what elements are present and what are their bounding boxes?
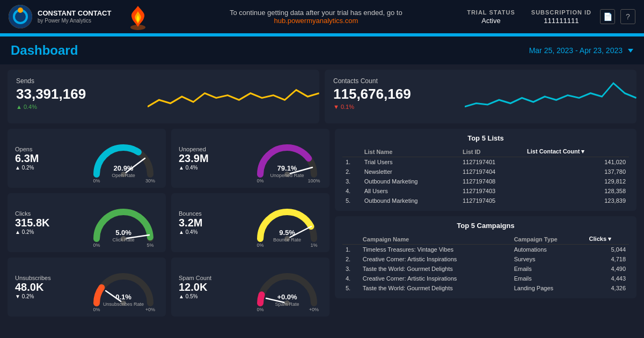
main-content: Sends 33,391,169 ▲ 0.4% Contacts Count 1…: [0, 64, 644, 322]
spam-value: 12.0K: [179, 281, 249, 293]
svg-text:0%: 0%: [257, 307, 264, 312]
subscription-id-block: SUBSCRIPTION ID 111111111: [531, 9, 591, 25]
contacts-sparkline: [465, 70, 636, 123]
list-item: 1.Trial Users1127197401141,020: [342, 157, 629, 167]
spam-info: Spam Count 12.0K ▲ 0.5%: [179, 275, 249, 299]
unopened-change: ▲ 0.4%: [179, 165, 249, 171]
unopened-card: Unopened 23.9M ▲ 0.4% 79.1% Unopened Rat…: [171, 129, 330, 188]
bounces-label: Bounces: [179, 210, 249, 217]
unopened-value: 23.9M: [179, 152, 249, 165]
gauge-row-3: Unsubscribes 48.0K ▼ 0.2% 0.1% Unsubscri…: [8, 258, 330, 317]
header-icons: 📄 ?: [600, 9, 635, 24]
svg-text:30%: 30%: [145, 178, 155, 183]
spam-card: Spam Count 12.0K ▲ 0.5% +0.0% Spam Rate: [171, 258, 330, 317]
header-message: To continue getting data after your tria…: [165, 9, 467, 25]
gauge-cards: Opens 6.3M ▲ 0.2% 20.9: [8, 129, 330, 317]
bottom-section: Opens 6.3M ▲ 0.2% 20.9: [8, 129, 636, 317]
svg-point-2: [18, 8, 23, 13]
trial-status-value: Active: [467, 17, 515, 25]
col-num-header: [342, 234, 360, 245]
top5-campaigns-table: Campaign Name Campaign Type Clicks ▾ 1.T…: [342, 234, 629, 293]
bounces-gauge: 9.5% Bounce Rate 0% 1%: [252, 199, 322, 247]
big-metric-cards: Sends 33,391,169 ▲ 0.4% Contacts Count 1…: [8, 70, 636, 123]
opens-value: 6.3M: [15, 152, 85, 165]
brand-name: CONSTANT CONTACT: [38, 9, 111, 18]
col-listname-header[interactable]: List Name: [361, 146, 459, 157]
svg-text:0%: 0%: [257, 178, 264, 183]
svg-text:Click Rate: Click Rate: [112, 237, 134, 243]
date-range-text: Mar 25, 2023 - Apr 23, 2023: [529, 46, 623, 55]
campaign-item: 2.Creative Corner: Artistic Inspirations…: [342, 254, 629, 264]
flame-icon: [125, 3, 151, 30]
opens-card: Opens 6.3M ▲ 0.2% 20.9: [8, 129, 166, 188]
clicks-change: ▲ 0.2%: [15, 229, 85, 235]
campaign-item: 1.Timeless Treasures: Vintage VibesAutom…: [342, 245, 629, 255]
svg-text:+0%: +0%: [145, 307, 155, 312]
opens-gauge: 20.9% Open Rate 0% 30%: [89, 134, 158, 182]
clicks-label: Clicks: [15, 210, 85, 217]
gauge-row-1: Opens 6.3M ▲ 0.2% 20.9: [8, 129, 330, 188]
opens-info: Opens 6.3M ▲ 0.2%: [15, 146, 85, 171]
bounces-info: Bounces 3.2M ▲ 0.4%: [179, 210, 249, 235]
clicks-info: Clicks 315.8K ▲ 0.2%: [15, 210, 85, 235]
list-item: 4.All Users1127197403128,358: [342, 186, 629, 196]
top5-campaigns-card: Top 5 Campaigns Campaign Name Campaign T…: [335, 216, 636, 298]
spam-change: ▲ 0.5%: [179, 293, 249, 299]
unsubscribes-card: Unsubscribes 48.0K ▼ 0.2% 0.1% Unsubscri…: [8, 258, 166, 317]
svg-text:0%: 0%: [257, 243, 264, 248]
bounces-change: ▲ 0.4%: [179, 229, 249, 235]
unopened-info: Unopened 23.9M ▲ 0.4%: [179, 146, 249, 171]
list-item: 3.Outbound Marketing1127197408129,812: [342, 177, 629, 186]
help-icon[interactable]: ?: [620, 9, 635, 24]
svg-text:20.9%: 20.9%: [114, 164, 134, 172]
trial-status-label: TRIAL STATUS: [467, 9, 515, 16]
unsubscribes-label: Unsubscribes: [15, 275, 85, 281]
col-clicks-header[interactable]: Clicks ▾: [586, 234, 629, 245]
svg-text:0%: 0%: [93, 243, 100, 248]
clicks-value: 315.8K: [15, 217, 85, 229]
clicks-card: Clicks 315.8K ▲ 0.2% 5.0% Click Rate 0%: [8, 193, 166, 252]
col-listcount-header[interactable]: List Contact Count ▾: [524, 146, 629, 157]
spam-gauge: +0.0% Spam Rate 0% +0%: [252, 263, 322, 311]
opens-label: Opens: [15, 146, 85, 152]
unsubscribes-change: ▼ 0.2%: [15, 293, 85, 299]
sends-card: Sends 33,391,169 ▲ 0.4%: [8, 70, 319, 123]
svg-text:Unopened Rate: Unopened Rate: [270, 173, 304, 178]
svg-text:5.0%: 5.0%: [115, 229, 131, 237]
svg-text:+0.0%: +0.0%: [277, 293, 297, 301]
campaign-item: 5.Taste the World: Gourmet DelightsLandi…: [342, 283, 629, 293]
svg-text:0%: 0%: [93, 178, 100, 183]
unopened-label: Unopened: [179, 146, 249, 152]
clicks-gauge: 5.0% Click Rate 0% 5%: [89, 199, 158, 247]
date-range-arrow: [628, 49, 633, 53]
header-link[interactable]: hub.powermyanalytics.com: [274, 17, 358, 25]
svg-text:Spam Rate: Spam Rate: [275, 302, 299, 307]
svg-text:Open Rate: Open Rate: [112, 173, 135, 178]
spam-label: Spam Count: [179, 275, 249, 281]
svg-text:Unsubscribes Rate: Unsubscribes Rate: [103, 302, 144, 307]
col-campaignname-header[interactable]: Campaign Name: [360, 234, 511, 245]
gauge-row-2: Clicks 315.8K ▲ 0.2% 5.0% Click Rate 0%: [8, 193, 330, 252]
header: CONSTANT CONTACT by Power My Analytics T…: [0, 0, 644, 34]
trial-area: TRIAL STATUS Active SUBSCRIPTION ID 1111…: [467, 9, 591, 25]
svg-text:+0%: +0%: [309, 307, 319, 312]
title-bar: Dashboard Mar 25, 2023 - Apr 23, 2023: [0, 36, 644, 64]
unsubscribes-gauge: 0.1% Unsubscribes Rate 0% +0%: [89, 263, 158, 311]
brand-subtitle: by Power My Analytics: [38, 18, 111, 24]
sends-sparkline: [148, 70, 319, 123]
unsubscribes-value: 48.0K: [15, 281, 85, 293]
top5-lists-table: List Name List ID List Contact Count ▾ 1…: [342, 146, 629, 205]
bounces-value: 3.2M: [179, 217, 249, 229]
col-listid-header[interactable]: List ID: [459, 146, 524, 157]
document-icon[interactable]: 📄: [600, 9, 615, 24]
svg-text:1%: 1%: [310, 243, 317, 248]
brand-logo: [9, 5, 32, 28]
date-range-picker[interactable]: Mar 25, 2023 - Apr 23, 2023: [529, 46, 633, 55]
col-campaigntype-header[interactable]: Campaign Type: [511, 234, 586, 245]
list-item: 5.Outbound Marketing1127197405123,839: [342, 196, 629, 205]
svg-text:9.5%: 9.5%: [279, 229, 295, 237]
list-item: 2.Newsletter1127197404137,780: [342, 167, 629, 177]
subscription-id-value: 111111111: [531, 17, 591, 25]
svg-text:100%: 100%: [308, 178, 320, 183]
page-title: Dashboard: [11, 43, 78, 58]
